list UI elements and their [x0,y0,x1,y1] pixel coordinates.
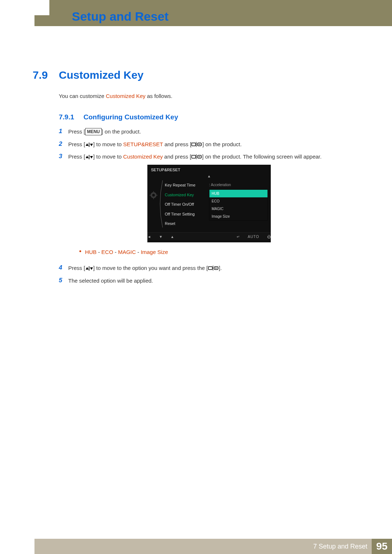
step-text: Press [] to move to SETUP&RESET and pres… [68,140,353,149]
osd-option: ECO [209,197,268,205]
up-down-icon [85,266,93,271]
steps-list: 1 Press [MENU] on the product. 2 Press [… [59,128,353,289]
step-number: 2 [59,140,68,148]
svg-rect-10 [208,267,212,270]
step-text: Press [] to move to Customized Key and p… [68,153,353,260]
menu-icon: MENU [85,128,102,135]
step-number: 5 [59,277,68,284]
osd-option-active: HUB [209,190,268,197]
osd-screenshot: SETUP&RESET ▲ Key Repeat Time Customized… [147,165,353,242]
osd-down-icon: ▼ [159,234,163,239]
section-number: 7.9 [33,69,48,81]
osd-item: Key Repeat Time [163,180,207,190]
up-down-icon [85,155,93,159]
osd-auto: AUTO [248,234,259,239]
step-3: 3 Press [] to move to Customized Key and… [59,153,353,260]
highlight: Customized Key [123,153,163,160]
intro-text: You can customize Customized Key as foll… [59,93,172,99]
subsection-title: Configuring Customized Key [83,113,178,121]
intro-highlight: Customized Key [106,93,146,99]
osd-up-icon: ▲ [171,234,174,239]
step-text: Press [MENU] on the product. [68,128,353,136]
step-text: The selected option will be applied. [68,277,353,285]
osd-up-arrow-icon: ▲ [147,173,271,180]
section-title: Customized Key [59,69,143,81]
osd-options: HUB ECO MAGIC Image Size [209,189,268,221]
option-imagesize: Image Size [141,249,168,255]
osd-back-icon: ◄ [147,234,151,239]
option-eco: ECO [101,249,113,255]
step-number: 1 [59,128,68,135]
highlight: SETUP&RESET [123,141,163,147]
osd-bottom-bar: ◄ ▼ ▲ ↵ AUTO ⏻ [147,232,271,240]
footer-chapter: 7 Setup and Reset [313,543,367,550]
step-2: 2 Press [] to move to SETUP&RESET and pr… [59,140,353,149]
osd-power-icon: ⏻ [267,234,271,239]
osd-value: : Acceleration [209,180,268,189]
subsection-number: 7.9.1 [59,113,74,121]
footer-page-number: 95 [372,539,392,554]
svg-rect-9 [156,195,158,196]
page-title: Setup and Reset [72,9,168,24]
options-bullet: • HUB - ECO - MAGIC - Image Size [79,248,353,257]
svg-point-5 [152,194,155,196]
osd-curve [159,180,163,229]
gear-icon [150,191,159,229]
source-enter-icon [191,142,202,147]
step-number: 3 [59,153,68,160]
step-5: 5 The selected option will be applied. [59,277,353,285]
step-text: Press [] to move to the option you want … [68,264,353,272]
osd-title: SETUP&RESET [147,165,271,174]
osd-option: Image Size [209,213,268,220]
step-number: 4 [59,264,68,271]
osd-item: Off Timer Setting [163,209,207,219]
up-down-icon [85,143,93,147]
osd-option: MAGIC [209,205,268,213]
osd-enter-icon: ↵ [237,234,240,239]
svg-rect-2 [192,155,196,158]
svg-rect-6 [153,191,154,193]
intro-post: as follows. [146,93,172,99]
svg-rect-7 [153,198,154,199]
option-hub: HUB [85,249,97,255]
bullet-icon: • [79,248,81,257]
step-1: 1 Press [MENU] on the product. [59,128,353,136]
osd-left-menu: Key Repeat Time Customized Key Off Timer… [163,180,207,229]
option-magic: MAGIC [118,249,136,255]
source-enter-icon [191,154,202,159]
footer-bar: 7 Setup and Reset 95 [34,539,392,554]
source-enter-icon [208,266,219,271]
osd-right-panel: : Acceleration HUB ECO MAGIC Image Size [207,180,268,229]
svg-rect-8 [150,195,151,196]
step-4: 4 Press [] to move to the option you wan… [59,264,353,272]
osd-item-selected: Customized Key [163,190,207,200]
tab-notch [29,0,49,15]
intro-pre: You can customize [59,93,106,99]
svg-rect-0 [192,143,196,146]
osd-item: Reset [163,219,207,229]
osd-item: Off Timer On/Off [163,200,207,209]
